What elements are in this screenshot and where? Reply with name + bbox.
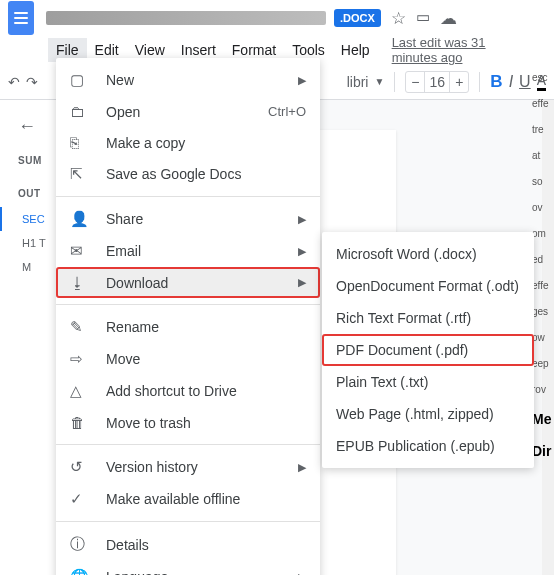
download-option-pdf-document-pdf-[interactable]: PDF Document (.pdf) <box>322 334 534 366</box>
menu-item-label: Make a copy <box>106 135 306 151</box>
font-dropdown-icon[interactable]: ▼ <box>374 76 384 87</box>
menu-item-label: Share <box>106 211 298 227</box>
star-icon[interactable]: ☆ <box>391 8 406 29</box>
file-menu-item-new[interactable]: ▢New▶ <box>56 64 320 96</box>
file-menu-item-rename[interactable]: ✎Rename <box>56 311 320 343</box>
download-icon: ⭳ <box>70 274 90 291</box>
menu-item-label: New <box>106 72 298 88</box>
file-menu-item-move-to-trash[interactable]: 🗑Move to trash <box>56 407 320 438</box>
download-option-web-page-html-zipped-[interactable]: Web Page (.html, zipped) <box>322 398 534 430</box>
file-menu-item-make-a-copy[interactable]: ⎘Make a copy <box>56 127 320 158</box>
person-plus-icon: 👤 <box>70 210 90 228</box>
file-menu-item-add-shortcut-to-drive[interactable]: △Add shortcut to Drive <box>56 375 320 407</box>
docs-logo-icon[interactable] <box>8 1 34 35</box>
submenu-arrow-icon: ▶ <box>298 276 306 289</box>
save-drive-icon: ⇱ <box>70 165 90 183</box>
submenu-arrow-icon: ▶ <box>298 213 306 226</box>
file-menu-item-version-history[interactable]: ↺Version history▶ <box>56 451 320 483</box>
file-menu-item-make-available-offline[interactable]: ✓Make available offline <box>56 483 320 515</box>
outline-item[interactable]: M <box>0 255 56 279</box>
font-size-increase[interactable]: + <box>450 72 468 92</box>
download-option-plain-text-txt-[interactable]: Plain Text (.txt) <box>322 366 534 398</box>
trash-icon: 🗑 <box>70 414 90 431</box>
drive-add-icon: △ <box>70 382 90 400</box>
download-option-rich-text-format-rtf-[interactable]: Rich Text Format (.rtf) <box>322 302 534 334</box>
menu-item-label: Email <box>106 243 298 259</box>
globe-icon: 🌐 <box>70 568 90 575</box>
font-size-value[interactable]: 16 <box>424 72 450 92</box>
menu-item-label: Rename <box>106 319 306 335</box>
menu-item-label: Version history <box>106 459 298 475</box>
menu-item-label: Details <box>106 537 306 553</box>
menu-item-label: Add shortcut to Drive <box>106 383 306 399</box>
submenu-arrow-icon: ▶ <box>298 571 306 576</box>
download-option-opendocument-format-odt-[interactable]: OpenDocument Format (.odt) <box>322 270 534 302</box>
outline-sidebar: ← SUM OUT SEC H1 T M <box>0 100 56 575</box>
last-edit-info[interactable]: Last edit was 31 minutes ago <box>392 35 506 65</box>
file-menu-item-move[interactable]: ⇨Move <box>56 343 320 375</box>
file-menu-dropdown: ▢New▶🗀OpenCtrl+O⎘Make a copy⇱Save as Goo… <box>56 58 320 575</box>
file-menu-item-open[interactable]: 🗀OpenCtrl+O <box>56 96 320 127</box>
redo-icon[interactable]: ↷ <box>26 74 38 90</box>
menu-item-label: Save as Google Docs <box>106 166 306 182</box>
undo-icon[interactable]: ↶ <box>8 74 20 90</box>
back-arrow-icon[interactable]: ← <box>0 112 56 141</box>
file-menu-item-language[interactable]: 🌐Language▶ <box>56 561 320 575</box>
copy-icon: ⎘ <box>70 134 90 151</box>
move-icon[interactable]: ▭ <box>416 8 430 29</box>
document-text-fragment: esceffetreatsoovomedeffegesoweeprovMeDir <box>532 70 550 473</box>
file-menu-item-email[interactable]: ✉Email▶ <box>56 235 320 267</box>
menu-item-label: Move to trash <box>106 415 306 431</box>
submenu-arrow-icon: ▶ <box>298 461 306 474</box>
font-size-decrease[interactable]: − <box>406 72 424 92</box>
font-size-control: − 16 + <box>405 71 469 93</box>
menu-item-label: Download <box>106 275 298 291</box>
font-select[interactable]: libri <box>347 74 369 90</box>
envelope-icon: ✉ <box>70 242 90 260</box>
outline-item[interactable]: H1 T <box>0 231 56 255</box>
download-option-epub-publication-epub-[interactable]: EPUB Publication (.epub) <box>322 430 534 462</box>
menu-help[interactable]: Help <box>333 38 378 62</box>
pencil-icon: ✎ <box>70 318 90 336</box>
download-submenu: Microsoft Word (.docx)OpenDocument Forma… <box>322 232 534 468</box>
bold-button[interactable]: B <box>490 72 502 92</box>
menu-shortcut: Ctrl+O <box>268 104 306 119</box>
submenu-arrow-icon: ▶ <box>298 74 306 87</box>
offline-icon: ✓ <box>70 490 90 508</box>
menu-separator <box>56 196 320 197</box>
menu-item-label: Open <box>106 104 268 120</box>
document-title-redacted[interactable] <box>46 11 326 25</box>
underline-button[interactable]: U <box>519 73 531 91</box>
folder-icon: 🗀 <box>70 103 90 120</box>
outline-item[interactable]: SEC <box>0 207 56 231</box>
docx-badge: .DOCX <box>334 9 381 27</box>
sidebar-heading-summary: SUM <box>0 141 56 174</box>
download-option-microsoft-word-docx-[interactable]: Microsoft Word (.docx) <box>322 238 534 270</box>
menu-item-label: Move <box>106 351 306 367</box>
move-folder-icon: ⇨ <box>70 350 90 368</box>
cloud-icon[interactable]: ☁ <box>440 8 457 29</box>
menu-separator <box>56 444 320 445</box>
menu-separator <box>56 521 320 522</box>
submenu-arrow-icon: ▶ <box>298 245 306 258</box>
info-icon: ⓘ <box>70 535 90 554</box>
file-menu-item-download[interactable]: ⭳Download▶ <box>56 267 320 298</box>
menu-separator <box>56 304 320 305</box>
menu-item-label: Make available offline <box>106 491 306 507</box>
file-menu-item-save-as-google-docs[interactable]: ⇱Save as Google Docs <box>56 158 320 190</box>
history-icon: ↺ <box>70 458 90 476</box>
title-bar: .DOCX ☆ ▭ ☁ <box>0 0 554 36</box>
file-menu-item-details[interactable]: ⓘDetails <box>56 528 320 561</box>
menu-item-label: Language <box>106 569 298 575</box>
italic-button[interactable]: I <box>509 73 513 91</box>
file-menu-item-share[interactable]: 👤Share▶ <box>56 203 320 235</box>
sidebar-heading-outline: OUT <box>0 174 56 207</box>
plus-box-icon: ▢ <box>70 71 90 89</box>
